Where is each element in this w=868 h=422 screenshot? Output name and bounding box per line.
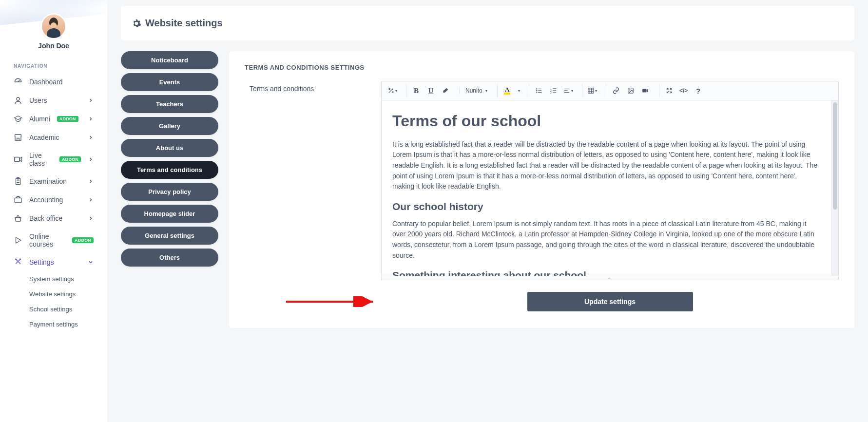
video-icon [14, 155, 22, 164]
editor-content[interactable]: Terms of our school It is a long establi… [382, 100, 831, 276]
main: Website settings NoticeboardEventsTeache… [107, 0, 868, 422]
font-color-icon[interactable]: A [501, 84, 514, 97]
content-p2: Contrary to popular belief, Lorem Ipsum … [392, 219, 821, 261]
chevron-down-icon [88, 259, 94, 265]
nav-label: Alumni [29, 115, 50, 123]
nav-label: Online courses [29, 232, 65, 248]
chevron-right-icon [88, 97, 94, 103]
tab-gallery[interactable]: Gallery [121, 117, 218, 135]
nav-label: Settings [29, 258, 54, 266]
nav-item-back-office[interactable]: Back office [0, 209, 107, 228]
ordered-list-icon[interactable]: 123 [547, 84, 560, 97]
svg-rect-22 [564, 92, 569, 93]
settings-subnav: System settingsWebsite settingsSchool se… [0, 271, 107, 332]
tab-privacy-policy[interactable]: Privacy policy [121, 183, 218, 201]
svg-point-8 [536, 88, 537, 89]
nav-item-dashboard[interactable]: Dashboard [0, 73, 107, 91]
tab-about-us[interactable]: About us [121, 139, 218, 157]
nav-item-academic[interactable]: Academic [0, 128, 107, 147]
code-view-icon[interactable]: </> [677, 84, 691, 97]
section-tabs: NoticeboardEventsTeachersGalleryAbout us… [121, 51, 218, 267]
chevron-right-icon [88, 116, 94, 122]
svg-rect-23 [588, 88, 593, 94]
nav-item-online-courses[interactable]: Online courses addon [0, 228, 107, 253]
tab-terms-and-conditions[interactable]: Terms and conditions [121, 161, 218, 179]
font-color-caret[interactable]: ▾ [515, 84, 522, 97]
nav-item-accounting[interactable]: Accounting [0, 191, 107, 209]
nav-label: Examination [29, 177, 67, 185]
field-label: Terms and conditions [245, 81, 371, 93]
avatar[interactable] [42, 15, 65, 38]
subnav-item-system-settings[interactable]: System settings [0, 271, 107, 287]
font-family-select[interactable]: Nunito▾ [463, 87, 490, 94]
tab-events[interactable]: Events [121, 73, 218, 91]
subnav-item-website-settings[interactable]: Website settings [0, 287, 107, 302]
subnav-item-payment-settings[interactable]: Payment settings [0, 317, 107, 332]
chevron-right-icon [88, 134, 94, 140]
tab-homepage-slider[interactable]: Homepage slider [121, 205, 218, 223]
sidebar: John Doe Navigation Dashboard Users Alum… [0, 0, 107, 422]
nav-item-examination[interactable]: Examination [0, 172, 107, 191]
eraser-icon[interactable] [439, 84, 452, 97]
tab-general-settings[interactable]: General settings [121, 227, 218, 245]
svg-point-9 [536, 90, 537, 91]
nav-item-alumni[interactable]: Alumni addon [0, 110, 107, 128]
image-icon[interactable] [624, 84, 637, 97]
svg-rect-19 [553, 93, 556, 93]
store-icon [14, 133, 22, 142]
unordered-list-icon[interactable] [532, 84, 546, 97]
content-h2b: Something interesting about our school [392, 268, 821, 276]
nav-label: Dashboard [29, 78, 63, 86]
nav-label: Live class [29, 152, 53, 167]
sidebar-header: John Doe [0, 0, 107, 54]
svg-rect-2 [15, 157, 20, 162]
sliders-icon [14, 258, 22, 267]
rich-text-editor: ▾ B U Nunito▾ A [381, 81, 839, 311]
nav-item-live-class[interactable]: Live class addon [0, 147, 107, 172]
video-icon[interactable] [638, 84, 652, 97]
editor-scrollbar[interactable] [831, 100, 838, 276]
svg-rect-26 [642, 89, 646, 93]
content-p1: It is a long established fact that a rea… [392, 139, 821, 192]
subnav-item-school-settings[interactable]: School settings [0, 302, 107, 317]
bold-icon[interactable]: B [409, 84, 423, 97]
chevron-right-icon [88, 215, 94, 221]
table-icon[interactable]: ▾ [585, 84, 599, 97]
svg-point-25 [629, 89, 630, 90]
editor-toolbar: ▾ B U Nunito▾ A [381, 81, 839, 100]
tab-noticeboard[interactable]: Noticeboard [121, 51, 218, 69]
page-title: Website settings [145, 18, 223, 29]
nav-list: Dashboard Users Alumni addon Academic Li… [0, 73, 107, 271]
chevron-right-icon [88, 197, 94, 203]
briefcase-icon [14, 195, 22, 204]
svg-point-1 [17, 97, 19, 100]
magic-wand-icon[interactable]: ▾ [386, 84, 399, 97]
addon-badge: addon [72, 237, 94, 243]
chevron-right-icon [88, 178, 94, 184]
svg-rect-13 [538, 92, 541, 93]
page-header-card: Website settings [121, 6, 854, 40]
update-settings-button[interactable]: Update settings [527, 292, 693, 311]
fullscreen-icon[interactable] [662, 84, 676, 97]
annotation-arrow [286, 296, 379, 307]
svg-text:3: 3 [550, 92, 552, 94]
nav-item-users[interactable]: Users [0, 91, 107, 110]
content-h1: Terms of our school [392, 109, 821, 134]
svg-rect-5 [15, 198, 21, 203]
editor-resize-handle[interactable]: ≡ [381, 276, 839, 280]
link-icon[interactable] [609, 84, 623, 97]
tab-others[interactable]: Others [121, 249, 218, 267]
tab-teachers[interactable]: Teachers [121, 95, 218, 113]
svg-rect-17 [553, 88, 556, 89]
addon-badge: addon [59, 156, 81, 162]
paragraph-align-icon[interactable]: ▾ [561, 84, 575, 97]
panel-title: Terms and conditions settings [245, 64, 839, 71]
user-name: John Doe [38, 42, 69, 50]
play-icon [14, 236, 22, 245]
help-icon[interactable]: ? [692, 84, 705, 97]
user-icon [14, 96, 22, 105]
gauge-icon [14, 77, 22, 86]
underline-icon[interactable]: U [424, 84, 438, 97]
nav-label: Academic [29, 134, 59, 141]
nav-item-settings[interactable]: Settings [0, 253, 107, 271]
